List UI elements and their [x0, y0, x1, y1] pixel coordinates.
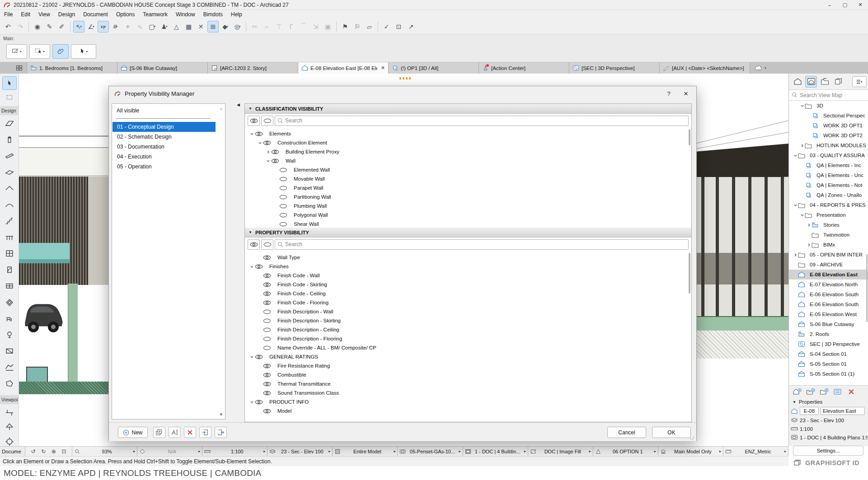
marquee-select-icon[interactable]: ⊞: [207, 21, 219, 33]
chevron-down-icon[interactable]: [249, 265, 255, 269]
tool-wall[interactable]: [2, 117, 17, 130]
import-button[interactable]: [199, 427, 211, 438]
tab-6[interactable]: [Action Center]: [479, 62, 569, 74]
view-map-item[interactable]: 3D: [789, 101, 868, 111]
close-button[interactable]: ✕: [853, 0, 868, 10]
view-id-field[interactable]: E-08: [800, 407, 819, 415]
scheme-item[interactable]: 05 - Operation: [113, 162, 216, 172]
settings-button[interactable]: Settings...: [793, 446, 863, 456]
select-area-button[interactable]: ▸: [29, 44, 50, 59]
dialog-titlebar[interactable]: Property Visibility Manager: [109, 86, 696, 101]
markup-icon[interactable]: ✓: [381, 21, 392, 33]
resize-icon[interactable]: ⇲: [310, 21, 321, 33]
tree-row[interactable]: Building Element Proxy: [265, 147, 339, 156]
eye-hidden-icon[interactable]: [263, 336, 274, 341]
view-map-item[interactable]: 04 - REPORTS & PRES: [789, 200, 868, 210]
menu-options[interactable]: Options: [112, 10, 139, 19]
tool-column[interactable]: [2, 133, 17, 147]
view-map-item[interactable]: HOTLINK MODULES: [789, 140, 868, 150]
tool-skylight[interactable]: [2, 296, 17, 309]
scroll-up-icon[interactable]: ▲: [219, 106, 223, 111]
tool-slab[interactable]: [2, 166, 17, 179]
view-name-field[interactable]: Elevation East: [821, 407, 865, 415]
view-map-scrollbar[interactable]: [866, 254, 868, 322]
minimize-button[interactable]: –: [822, 0, 837, 10]
scheme-item[interactable]: 04 - Execution: [113, 152, 216, 162]
tree-row[interactable]: Finish Description - Skirting: [257, 316, 341, 325]
intersect-icon[interactable]: Γ: [286, 21, 297, 33]
section-header[interactable]: ▼CLASSIFICATION VISIBILITY: [245, 104, 691, 114]
collapse-triangle-icon[interactable]: ▼: [793, 400, 796, 404]
zoom-box-icon[interactable]: ⊡: [61, 448, 66, 455]
rotate-view-icon[interactable]: ◎▾: [232, 21, 243, 33]
coordinate-input-icon[interactable]: xy▾: [98, 21, 109, 33]
eye-hidden-icon[interactable]: [279, 168, 291, 172]
chevron-down-icon[interactable]: [799, 104, 805, 108]
view-map-item[interactable]: WORK 3D OPT1: [789, 121, 868, 130]
transfer-settings-icon[interactable]: ✐: [56, 21, 67, 33]
view-map-item[interactable]: Stories: [789, 220, 868, 230]
tree-row[interactable]: Elemented Wall: [273, 165, 330, 174]
undo-icon[interactable]: ↶: [2, 21, 14, 33]
menu-file[interactable]: File: [0, 10, 17, 19]
view-map-item[interactable]: 09 - ARCHIVE: [789, 260, 868, 270]
view-settings-button[interactable]: [833, 388, 842, 396]
show-all-button[interactable]: [248, 239, 260, 250]
tree-row[interactable]: Finish Code - Skirting: [257, 280, 327, 289]
scroll-down-icon[interactable]: ▼: [219, 412, 223, 417]
tree-row[interactable]: Fire Resistance Rating: [257, 361, 330, 370]
chevron-down-icon[interactable]: [799, 213, 805, 217]
view-map-item[interactable]: E-05 Elevation West: [789, 309, 868, 319]
eye-visible-icon[interactable]: [271, 149, 282, 154]
project-chooser-icon[interactable]: [792, 76, 803, 88]
view-map-item[interactable]: E-08 Elevation East: [789, 270, 868, 280]
tool-door[interactable]: [2, 263, 17, 277]
show-all-button[interactable]: [248, 116, 260, 126]
tool-mesh[interactable]: [2, 361, 17, 374]
multiply-icon[interactable]: ▣: [322, 21, 333, 33]
tree-scrollbar[interactable]: [689, 129, 690, 145]
eye-visible-icon[interactable]: [255, 131, 266, 136]
view-map-item[interactable]: S-06 Blue Cutaway: [789, 319, 868, 329]
menu-window[interactable]: Window: [172, 10, 199, 19]
eye-visible-icon[interactable]: [263, 282, 274, 287]
tree-row[interactable]: Wall: [265, 156, 296, 165]
status-layer-combination[interactable]: 23 - Sec - Elev 100▸: [267, 447, 333, 456]
eye-hidden-icon[interactable]: [263, 318, 274, 323]
tool-window[interactable]: [2, 280, 17, 293]
scheme-item[interactable]: 03 - Documentation: [113, 142, 216, 152]
scheme-item[interactable]: 02 - Schematic Design: [113, 132, 216, 142]
dialog-help-button[interactable]: ?: [661, 86, 676, 101]
virtual-trace-icon[interactable]: ▢▾: [146, 21, 158, 33]
view-map-item[interactable]: QA | Elements - Inc: [789, 160, 868, 170]
view-map-item[interactable]: S-05 Section 01 (1): [789, 369, 868, 379]
scale-row[interactable]: 1:100: [791, 426, 868, 432]
tree-row[interactable]: Finish Description - Wall: [257, 307, 333, 316]
drafting-tools-button[interactable]: ▸: [6, 44, 27, 59]
eye-visible-icon[interactable]: [263, 291, 274, 296]
tool-marquee[interactable]: [2, 91, 17, 104]
eye-hidden-icon[interactable]: [279, 186, 291, 191]
tree-row[interactable]: PRODUCT INFO: [249, 397, 309, 406]
view-map-item[interactable]: SEC | 3D Perspective: [789, 339, 868, 349]
tree-row[interactable]: Parapet Wall: [273, 183, 323, 192]
tree-row[interactable]: GENERAL RATINGS: [249, 352, 318, 361]
eye-hidden-icon[interactable]: [263, 345, 274, 350]
arrow-select-button[interactable]: ▸: [71, 44, 96, 59]
pen-set-row[interactable]: 1 - DOC | 4 Building Plans 1:50: [791, 434, 868, 440]
label-marker-icon[interactable]: ⚐: [352, 21, 363, 33]
chevron-down-icon[interactable]: [249, 132, 255, 136]
status-fill-display[interactable]: DOC | Image Fill▸: [528, 447, 593, 456]
delete-button[interactable]: [847, 388, 856, 396]
linked-drawing-icon[interactable]: ⊡: [393, 21, 404, 33]
status-scale[interactable]: 1:100▸: [202, 447, 267, 456]
tree-row[interactable]: Finish Code - Flooring: [257, 298, 328, 307]
view-map-icon[interactable]: [805, 76, 817, 88]
zone-update-icon[interactable]: ▱: [364, 21, 375, 33]
view-map-item[interactable]: E-06 Elevation South: [789, 299, 868, 309]
new-button[interactable]: New: [118, 427, 148, 438]
layout-book-icon[interactable]: [819, 76, 830, 88]
flag-marker-icon[interactable]: ⚑: [339, 21, 351, 33]
eye-hidden-icon[interactable]: [279, 213, 291, 218]
dialog-close-button[interactable]: ✕: [678, 86, 694, 101]
